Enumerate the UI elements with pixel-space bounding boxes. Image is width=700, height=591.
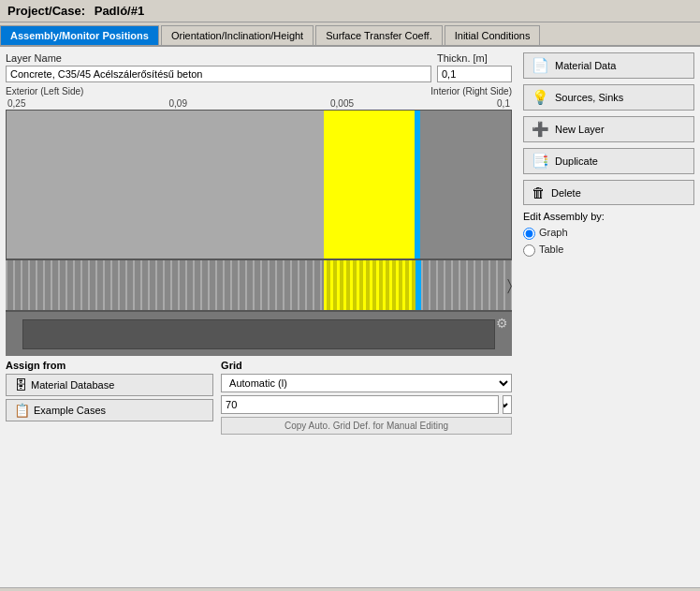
material-db-icon: 🗄 [14, 377, 27, 392]
project-name: Padló/#1 [95, 4, 144, 18]
copy-grid-label: Copy Auto. Grid Def. for Manual Editing [284, 421, 448, 431]
material-data-button[interactable]: 📄 Material Data [523, 52, 694, 79]
tabs-row: Assembly/Monitor Positions Orientation/I… [0, 22, 700, 47]
scroll-right-handle[interactable]: 〉 [507, 277, 512, 294]
new-layer-icon: ➕ [532, 121, 549, 138]
sources-sinks-icon: 💡 [532, 89, 549, 106]
scale-v3: 0,005 [330, 98, 354, 109]
scale-v1: 0,25 [7, 98, 25, 109]
radio-graph[interactable] [523, 228, 535, 240]
material-database-label: Material Database [31, 379, 114, 391]
title-bar: Project/Case: Padló/#1 [0, 0, 700, 22]
tab-initial[interactable]: Initial Conditions [445, 25, 541, 45]
settings-icon[interactable]: ⚙ [496, 316, 508, 331]
copy-grid-button[interactable]: Copy Auto. Grid Def. for Manual Editing [221, 417, 512, 435]
duplicate-button[interactable]: 📑 Duplicate [523, 148, 694, 174]
sources-sinks-button[interactable]: 💡 Sources, Sinks [523, 84, 694, 111]
sources-sinks-label: Sources, Sinks [555, 92, 623, 103]
assign-from-label: Assign from [6, 360, 213, 371]
scale-v2: 0,09 [169, 98, 187, 109]
thickness-label: Thickn. [m] [437, 52, 512, 64]
layer-name-input[interactable] [6, 66, 431, 82]
layer-concrete-right [420, 111, 511, 259]
material-data-label: Material Data [555, 60, 616, 71]
duplicate-icon: 📑 [532, 153, 549, 170]
grid-label: Grid [221, 360, 512, 371]
tab-assembly[interactable]: Assembly/Monitor Positions [0, 25, 159, 45]
monitor-inner [22, 319, 495, 349]
tab-orientation[interactable]: Orientation/Inclination/Height [161, 25, 314, 45]
edit-assembly-label: Edit Assembly by: [523, 211, 694, 222]
new-layer-button[interactable]: ➕ New Layer [523, 116, 694, 142]
exterior-label: Exterior (Left Side) [6, 86, 83, 96]
assembly-view [6, 110, 512, 259]
new-layer-label: New Layer [555, 124, 605, 135]
example-cases-label: Example Cases [34, 405, 106, 416]
hatch-area: 〈 〉 [6, 259, 512, 311]
status-bar: Total Thickness Thickness: 0.44 m Total … [0, 587, 700, 591]
interior-label: Interior (Right Side) [430, 86, 512, 96]
hatch-left [6, 260, 324, 310]
project-label: Project/Case: [7, 4, 85, 18]
monitor-bar: ⚙ [6, 311, 512, 356]
grid-density-select[interactable]: Medium Fine Coarse [503, 395, 512, 414]
radio-graph-label: Graph [539, 227, 568, 238]
layer-concrete-left [7, 111, 324, 259]
tab-surface[interactable]: Surface Transfer Coeff. [315, 25, 443, 45]
delete-icon: 🗑 [532, 185, 546, 200]
delete-button[interactable]: 🗑 Delete [523, 180, 694, 205]
radio-table-label: Table [539, 244, 563, 255]
example-cases-icon: 📋 [14, 403, 30, 418]
thickness-input[interactable] [437, 66, 512, 82]
layer-name-label: Layer Name [6, 52, 431, 64]
material-database-button[interactable]: 🗄 Material Database [6, 374, 213, 396]
scale-v4: 0,1 [497, 98, 510, 109]
duplicate-label: Duplicate [555, 155, 598, 167]
hatch-right [421, 260, 512, 310]
hatch-yellow [324, 260, 415, 310]
material-data-icon: 📄 [532, 57, 549, 74]
delete-label: Delete [551, 187, 581, 199]
grid-type-select[interactable]: Automatic (l) Manual Fine Coarse [221, 374, 512, 392]
grid-number-input[interactable] [221, 395, 499, 414]
radio-table[interactable] [523, 244, 535, 257]
example-cases-button[interactable]: 📋 Example Cases [6, 399, 213, 421]
layer-yellow [324, 111, 415, 259]
